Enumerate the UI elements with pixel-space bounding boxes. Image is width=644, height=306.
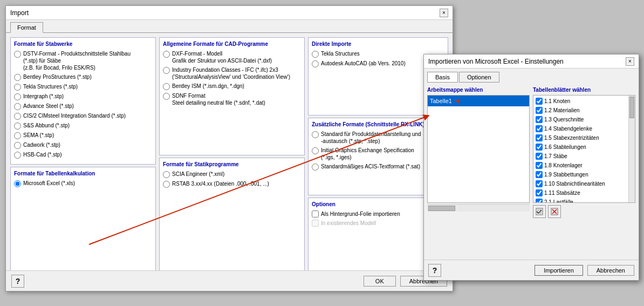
sheets-col: Tabellenblätter wählen 1.1 Knoten 1.2 Ma… (533, 87, 635, 247)
list-item[interactable]: RSTAB 3.xx/4.xx (Dateien .000, .001, ...… (163, 180, 301, 188)
stabwerke-radio-0[interactable] (14, 51, 21, 58)
uncheck-all-button[interactable] (548, 205, 561, 218)
list-item[interactable]: Bentley ISM (*.ism.dgn, *.dgn) (163, 83, 301, 90)
zusatz-radio-2[interactable] (312, 164, 319, 171)
hintergrund-checkbox[interactable] (312, 210, 319, 217)
list-item[interactable]: Cadwork (*.stp) (14, 141, 152, 149)
stabwerke-title: Formate für Stabwerke (14, 41, 152, 47)
cad-radio-3[interactable] (163, 93, 170, 100)
check-all-icon (536, 208, 543, 215)
list-item[interactable]: 1.4 Stabendgelenke (535, 124, 634, 133)
list-item[interactable]: 1.2 Materialien (535, 106, 634, 115)
list-item[interactable]: 1.10 Stabnichtlinearitäten (535, 179, 634, 188)
workbook-selected-label: Tabelle1 (430, 98, 452, 104)
list-item[interactable]: DXF-Format - ModellGrafik der Struktur v… (163, 50, 301, 64)
import-title: Import (10, 9, 29, 17)
zusatz-radio-0[interactable] (312, 131, 319, 138)
excel-content: Basis Optionen Arbeitsmappe wählen Tabel… (424, 69, 639, 256)
cad-radio-1[interactable] (163, 67, 170, 74)
excel-radio-item[interactable]: Microsoft Excel (*.xls) (14, 180, 152, 187)
uncheck-all-icon (551, 208, 558, 215)
sheet-toolbar (533, 205, 635, 218)
list-item[interactable]: SEMA (*.stp) (14, 132, 152, 139)
list-item[interactable]: Bentley ProStructures (*.stp) (14, 73, 152, 81)
cad-panel: Allgemeine Formate für CAD-Programme DXF… (159, 37, 305, 155)
excel-radio[interactable] (14, 180, 21, 187)
list-item[interactable]: 1.8 Knotenlager (535, 161, 634, 170)
excel-titlebar: Importieren von Microsoft Excel - Einste… (424, 55, 639, 69)
stabwerke-radio-6[interactable] (14, 123, 21, 130)
excel-dialog: Importieren von Microsoft Excel - Einste… (423, 54, 639, 281)
stabwerke-radio-5[interactable] (14, 113, 21, 120)
workbook-col: Arbeitsmappe wählen Tabelle1 ➜ (427, 87, 530, 247)
list-item[interactable]: HSB-Cad (*.stp) (14, 151, 152, 159)
tab-optionen[interactable]: Optionen (459, 72, 499, 83)
import-tab-bar: Format (6, 20, 453, 33)
workbook-hscroll[interactable] (427, 204, 530, 212)
cad-radio-2[interactable] (163, 83, 170, 90)
excel-abbrechen-button[interactable]: Abbrechen (587, 265, 634, 276)
list-item[interactable]: 2.1 Lastfälle (535, 198, 634, 203)
excel-help-button[interactable]: ? (428, 264, 441, 277)
import-help-button[interactable]: ? (11, 275, 24, 288)
list-item[interactable]: SCIA Engineer (*.xml) (163, 171, 301, 178)
excel-close-button[interactable]: × (626, 57, 634, 66)
list-item[interactable]: Industry Foundation Classes - IFC (*.ifc… (163, 66, 301, 80)
sheet-scroll-thumb[interactable] (629, 97, 634, 118)
import-titlebar: Import × (6, 6, 453, 20)
direkt-radio-0[interactable] (312, 51, 319, 58)
list-item[interactable]: 1.9 Stabbettungen (535, 170, 634, 179)
stabwerke-radio-2[interactable] (14, 84, 21, 91)
importieren-button[interactable]: Importieren (535, 265, 583, 276)
stabwerke-radio-1[interactable] (14, 74, 21, 81)
import-close-button[interactable]: × (440, 9, 448, 17)
list-item[interactable]: 1.7 Stäbe (535, 152, 634, 161)
direkt-radio-1[interactable] (312, 60, 319, 67)
list-item[interactable]: S&S Abbund (*.stp) (14, 122, 152, 130)
stabwerke-radio-3[interactable] (14, 93, 21, 100)
list-item[interactable]: Tekla Structures (*.stp) (14, 83, 152, 91)
sheet-list: 1.1 Knoten 1.2 Materialien 1.3 Querschni… (533, 95, 635, 203)
list-item[interactable]: 1.1 Knoten (535, 97, 634, 106)
import-content: Formate für Stabwerke DSTV-Format - Prod… (6, 33, 453, 280)
excel-tab-bar: Basis Optionen (427, 72, 635, 83)
hscroll-thumb[interactable] (428, 206, 455, 211)
workbook-area: Tabelle1 ➜ (427, 95, 530, 203)
list-item[interactable]: 1.3 Querschnitte (535, 115, 634, 124)
stabwerke-radio-4[interactable] (14, 103, 21, 110)
check-all-button[interactable] (533, 205, 546, 218)
tabelle-panel: Formate für Tabellenkalkulation Microsof… (10, 167, 156, 276)
list-item[interactable]: Advance Steel (*.stp) (14, 103, 152, 110)
excel-columns: Arbeitsmappe wählen Tabelle1 ➜ Tabellenb… (427, 87, 635, 247)
sheet-scroll-track[interactable] (628, 96, 635, 202)
tab-basis[interactable]: Basis (427, 72, 458, 83)
list-item[interactable]: Intergraph (*.stp) (14, 93, 152, 100)
tab-format[interactable]: Format (10, 22, 43, 33)
excel-title: Importieren von Microsoft Excel - Einste… (428, 58, 564, 65)
statik-radio-1[interactable] (163, 181, 170, 188)
arrow-right-icon: ➜ (454, 97, 461, 105)
direkt-title: Direkte Importe (312, 41, 444, 47)
list-item[interactable]: CIS/2 CIMsteel Integration Standard (*.s… (14, 112, 152, 120)
cad-radio-0[interactable] (163, 51, 170, 58)
tabelle-title: Formate für Tabellenkalkulation (14, 171, 152, 176)
cad-title: Allgemeine Formate für CAD-Programme (163, 41, 301, 47)
zusatz-radio-1[interactable] (312, 147, 319, 154)
import-dialog-bottom: ? OK Abbrechen (6, 270, 453, 291)
statik-panel: Formate für Statikprogramme SCIA Enginee… (159, 158, 305, 276)
workbook-selected-item[interactable]: Tabelle1 ➜ (428, 96, 529, 106)
sheet-list-inner: 1.1 Knoten 1.2 Materialien 1.3 Querschni… (533, 96, 635, 203)
list-item[interactable]: 1.6 Stabteilungen (535, 142, 634, 152)
statik-radio-0[interactable] (163, 171, 170, 178)
list-item[interactable]: SDNF FormatSteel detailing neutral file … (163, 92, 301, 106)
list-item[interactable]: 1.11 Stabsätze (535, 188, 634, 198)
stabwerke-radio-8[interactable] (14, 142, 21, 149)
existierend-checkbox (312, 220, 319, 227)
import-dialog: Import × Format Formate für Stabwerke DS… (5, 5, 453, 291)
list-item[interactable]: 1.5 Stabexzentrizitäten (535, 133, 634, 142)
ok-button[interactable]: OK (364, 276, 396, 287)
workbook-title: Arbeitsmappe wählen (427, 87, 530, 93)
stabwerke-radio-9[interactable] (14, 152, 21, 159)
stabwerke-radio-7[interactable] (14, 132, 21, 139)
list-item[interactable]: DSTV-Format - Produktschnittstelle Stahl… (14, 50, 152, 71)
